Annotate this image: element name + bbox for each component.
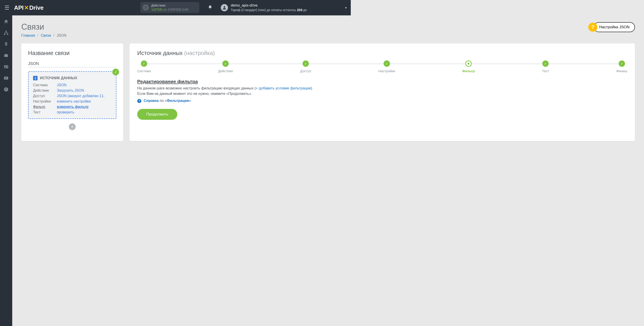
actions-extra: (149 xyxy=(182,8,188,11)
content-row: Название связи ✓ 1 ИСТОЧНИК ДАННЫХ Систе… xyxy=(21,44,351,141)
row-filter-value[interactable]: изменить фильтр xyxy=(57,105,112,109)
user-tariff: Тариф |Стандарт| (new) до оплаты осталос… xyxy=(231,8,307,12)
row-settings-label: Настройки xyxy=(33,100,54,104)
actions-total: 1'000'000 xyxy=(167,8,181,11)
user-text: demo_apix-drive Тариф |Стандарт| (new) д… xyxy=(231,3,307,12)
user-menu[interactable]: demo_apix-drive Тариф |Стандарт| (new) д… xyxy=(221,3,307,12)
svg-point-5 xyxy=(5,66,6,67)
logo-api: API xyxy=(14,4,24,11)
help-link[interactable]: ? Справка по «Фильтрации» xyxy=(137,99,351,103)
svg-rect-3 xyxy=(7,34,8,35)
page-title: Связи xyxy=(21,22,66,32)
user-name: demo_apix-drive xyxy=(231,3,307,8)
add-filter-link[interactable]: + добавить условие фильтрации xyxy=(256,86,311,90)
sidebar: ? xyxy=(0,16,12,178)
row-action-value[interactable]: Загрузить JSON xyxy=(57,88,112,92)
data-source-card: Источник данных (настройка) ✓Система ✓Де… xyxy=(130,44,351,141)
card-left-title: Название связи xyxy=(28,50,116,56)
step-action[interactable]: ✓Действие xyxy=(218,60,233,73)
breadcrumb-sep: / xyxy=(54,34,54,37)
logo[interactable]: API✕Drive xyxy=(14,4,44,11)
breadcrumbs: Главная / Связи / JSON xyxy=(21,34,66,38)
connection-name-input[interactable] xyxy=(28,60,116,67)
filter-section-title: Редактирование фильтра xyxy=(137,79,351,84)
card-right-subtitle: (настройка) xyxy=(184,50,215,56)
help-icon[interactable]: ? xyxy=(3,86,9,92)
row-access-label: Доступ xyxy=(33,94,54,98)
row-action-label: Действие xyxy=(33,88,54,92)
main-content: Связи Главная / Связи / JSON Настройка J… xyxy=(12,16,351,178)
svg-text:?: ? xyxy=(5,88,7,91)
logo-drive: Drive xyxy=(29,4,44,11)
source-number: 1 xyxy=(33,76,38,80)
svg-rect-7 xyxy=(6,67,8,67)
step-system[interactable]: ✓Система xyxy=(137,60,151,73)
source-title: ИСТОЧНИК ДАННЫХ xyxy=(40,76,77,80)
step-label: Доступ xyxy=(300,69,311,73)
filter-description: На данном шаге возможно настроить фильтр… xyxy=(137,86,351,96)
source-grid: Система JSON Действие Загрузить JSON Дос… xyxy=(33,83,112,114)
actions-of: из xyxy=(163,8,167,11)
card-right-title: Источник данных (настройка) xyxy=(137,50,351,56)
row-system-value[interactable]: JSON xyxy=(57,83,112,87)
check-icon: ✓ xyxy=(112,68,119,76)
step-access[interactable]: ✓Доступ xyxy=(300,60,311,73)
svg-point-0 xyxy=(224,6,225,8)
source-head: 1 ИСТОЧНИК ДАННЫХ xyxy=(33,76,112,80)
actions-count: 142'535 xyxy=(151,8,162,11)
info-icon: i xyxy=(143,4,149,11)
step-label: Действие xyxy=(218,69,233,73)
actions-label: Действия: xyxy=(151,4,188,8)
app-header: ☰ API✕Drive i Действия: 142'535 из 1'000… xyxy=(0,0,351,16)
step-label: Система xyxy=(137,69,151,73)
id-card-icon[interactable] xyxy=(3,64,9,70)
source-box[interactable]: ✓ 1 ИСТОЧНИК ДАННЫХ Система JSON Действи… xyxy=(28,71,116,119)
breadcrumb-links[interactable]: Связи xyxy=(41,34,51,37)
step-circle: ✓ xyxy=(302,60,309,67)
add-source-button[interactable]: + xyxy=(69,124,76,130)
row-test-label: Тест xyxy=(33,110,54,114)
home-icon[interactable] xyxy=(3,18,9,24)
connection-name-card: Название связи ✓ 1 ИСТОЧНИК ДАННЫХ Систе… xyxy=(21,44,123,141)
actions-counter[interactable]: i Действия: 142'535 из 1'000'000 (149 xyxy=(140,2,199,13)
svg-rect-2 xyxy=(4,34,6,35)
row-settings-value[interactable]: изменить настройки xyxy=(57,100,112,104)
stepper: ✓Система ✓Действие ✓Доступ ✓Настройки Фи… xyxy=(137,60,351,73)
dollar-icon[interactable] xyxy=(3,41,9,47)
continue-button[interactable]: Продолжить xyxy=(137,109,177,120)
connections-icon[interactable] xyxy=(3,30,9,36)
svg-rect-6 xyxy=(6,66,8,66)
avatar-icon xyxy=(221,4,228,11)
row-system-label: Система xyxy=(33,83,54,87)
menu-icon[interactable]: ☰ xyxy=(4,4,10,11)
video-icon[interactable] xyxy=(3,75,9,81)
row-access-value[interactable]: JSON (аккаунт добавлен 11. xyxy=(57,94,112,98)
actions-text: Действия: 142'535 из 1'000'000 (149 xyxy=(151,4,188,12)
logo-x: ✕ xyxy=(24,4,29,11)
chevron-down-icon[interactable]: ▾ xyxy=(345,6,347,10)
breadcrumb-home[interactable]: Главная xyxy=(21,34,35,37)
breadcrumb-sep: / xyxy=(37,34,38,37)
page-header: Связи Главная / Связи / JSON Настройка J… xyxy=(21,22,351,38)
bell-icon[interactable] xyxy=(208,5,212,11)
help-question-icon: ? xyxy=(137,99,141,103)
step-circle: ✓ xyxy=(222,60,229,67)
row-filter-label: Фильтр xyxy=(33,105,54,109)
step-circle: ✓ xyxy=(141,60,147,67)
breadcrumb-current: JSON xyxy=(56,34,66,37)
row-test-value[interactable]: проверить xyxy=(57,110,112,114)
svg-rect-1 xyxy=(6,31,7,32)
briefcase-icon[interactable] xyxy=(3,52,9,58)
